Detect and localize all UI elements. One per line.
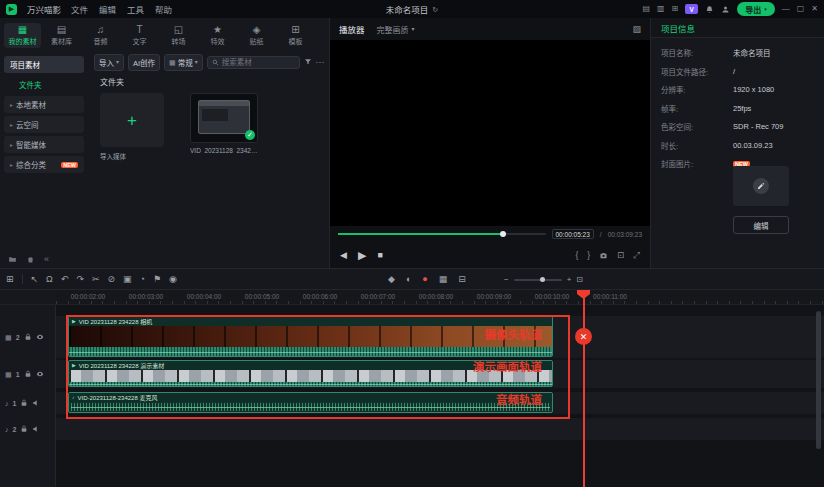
undo-icon[interactable]: ↶ [61, 275, 69, 284]
menu-help[interactable]: 帮助 [155, 3, 172, 15]
menu-file[interactable]: 文件 [71, 3, 88, 15]
lock-icon[interactable] [24, 370, 32, 378]
checkmark-icon: ✓ [245, 130, 255, 140]
search-input[interactable] [222, 58, 295, 67]
speaker-icon[interactable] [32, 425, 40, 433]
speaker-icon[interactable] [32, 399, 40, 407]
clip-microphone-audio[interactable]: ♪VID-20231128-234228 麦克风 [68, 392, 553, 413]
sidebar-item-smart-media[interactable]: ▸ 智能媒体 [4, 136, 84, 153]
split-view-icon[interactable]: ⊞ [672, 5, 679, 13]
snapshot-icon[interactable] [599, 251, 608, 260]
media-panel-footer: « [0, 250, 330, 268]
playhead-line[interactable] [583, 290, 585, 487]
lock-icon[interactable] [24, 333, 32, 341]
ai-create-button[interactable]: AI创作 [128, 54, 160, 71]
record-icon[interactable]: ● [422, 275, 427, 284]
chevron-down-icon: ▾ [116, 59, 119, 65]
sidebar-item-folder[interactable]: 文件夹 [4, 76, 84, 93]
export-button[interactable]: 导出▾ [737, 2, 775, 16]
crop-icon[interactable]: ▣ [123, 275, 132, 284]
keyframe-icon[interactable]: ◆ [388, 275, 395, 284]
new-folder-icon[interactable] [8, 255, 17, 264]
edit-cover-button[interactable] [753, 178, 769, 194]
preview-seekbar[interactable] [338, 233, 546, 235]
tab-transitions[interactable]: ◱ 转场 [160, 23, 197, 48]
render-preview-icon[interactable]: ▦ [439, 275, 448, 284]
zoom-out-icon[interactable]: − [504, 276, 509, 284]
import-media-tile[interactable]: + [100, 93, 164, 147]
export-frame-icon[interactable]: ⊟ [458, 275, 466, 284]
pointer-tool-icon[interactable]: ↖ [31, 275, 39, 284]
fit-screen-icon[interactable]: ⊡ [617, 251, 624, 260]
image-overlay-icon[interactable]: ▨ [632, 25, 641, 34]
sidebar-item-local-media[interactable]: ▸ 本地素材 [4, 96, 84, 113]
edit-button[interactable]: 编辑 [733, 216, 789, 234]
collapse-panel-icon[interactable]: « [44, 255, 49, 264]
ruler-label: 00:00:11:00 [593, 293, 627, 300]
mask-icon[interactable]: ◐ [406, 275, 411, 284]
ruler-label: 00:00:04:00 [187, 293, 221, 300]
seekbar-handle[interactable] [500, 231, 506, 237]
zoom-in-icon[interactable]: + [567, 276, 572, 284]
filter-icon[interactable] [304, 58, 312, 66]
tab-templates[interactable]: ⊞ 模板 [277, 23, 314, 48]
track-manager-icon[interactable]: ⊞ [6, 275, 14, 284]
audio-waveform [71, 403, 550, 411]
delete-clip-icon[interactable]: ⊘ [107, 275, 115, 284]
clip-camera-video[interactable]: ▶VID 20231128 234228 相机 [68, 316, 553, 357]
zoom-slider[interactable] [514, 279, 562, 281]
sidebar-item-project-media[interactable]: 项目素材 [4, 56, 84, 73]
sidebar-item-cloud[interactable]: ▸ 云空间 [4, 116, 84, 133]
close-button[interactable]: ✕ [811, 5, 818, 13]
play-button[interactable]: ▶ [358, 250, 366, 261]
panel-layout-icon[interactable]: ▥ [657, 5, 665, 13]
maximize-button[interactable]: ▢ [797, 5, 805, 13]
menu-edit[interactable]: 编辑 [99, 3, 116, 15]
more-options-icon[interactable]: ⋯ [316, 58, 325, 67]
speed-icon[interactable]: ◔ [140, 275, 145, 284]
media-nav-strip: ▦ 我的素材 ▤ 素材库 ♫ 音频 T 文字 ◱ 转场 ★ 特效 [0, 18, 330, 52]
tab-stickers[interactable]: ◈ 贴纸 [238, 23, 275, 48]
ruler-label: 00:00:07:00 [361, 293, 395, 300]
import-button[interactable]: 导入 ▾ [94, 54, 124, 71]
magnet-snap-icon[interactable]: Ω [46, 275, 53, 284]
audio-icon: ♫ [97, 25, 105, 35]
menu-tools[interactable]: 工具 [127, 3, 144, 15]
minimize-button[interactable]: — [782, 5, 790, 13]
vip-membership-icon[interactable]: V [685, 4, 698, 14]
workspace-layout-icon[interactable]: ▤ [642, 5, 650, 13]
audio-waveform [69, 382, 552, 386]
fullscreen-icon[interactable]: ⤢ [633, 251, 640, 260]
previous-frame-button[interactable]: ◀ [340, 251, 347, 260]
delete-icon[interactable] [26, 255, 35, 264]
sort-dropdown[interactable]: ▦ 常规 ▾ [164, 54, 203, 71]
tab-my-media[interactable]: ▦ 我的素材 [4, 23, 41, 48]
tab-player[interactable]: 播放器 [339, 23, 365, 35]
tab-effects[interactable]: ★ 特效 [199, 23, 236, 48]
timeline-panel: ⊞ ↖ Ω ↶ ↷ ✂ ⊘ ▣ ◔ ⚑ ◉ ◆ ◐ ● ▦ ⊟ − + ⊡ [0, 268, 824, 487]
sidebar-item-categories[interactable]: ▸ 综合分类 NEW [4, 156, 84, 173]
media-item-video[interactable]: ✓ [190, 93, 258, 143]
preview-quality-dropdown[interactable]: 完整画质 ▾ [377, 24, 415, 35]
split-icon[interactable]: ✂ [92, 275, 100, 284]
lock-icon[interactable] [20, 425, 28, 433]
tab-audio[interactable]: ♫ 音频 [82, 23, 119, 48]
marker-icon[interactable]: ⚑ [153, 275, 161, 284]
fit-timeline-icon[interactable]: ⊡ [576, 276, 583, 284]
vertical-scrollbar[interactable] [816, 311, 821, 449]
preview-viewport[interactable] [330, 40, 650, 226]
timeline-ruler[interactable]: 00:00:02:00 00:00:03:00 00:00:04:00 00:0… [56, 290, 824, 305]
tab-text[interactable]: T 文字 [121, 23, 158, 48]
mark-in-icon[interactable]: { [575, 251, 578, 260]
zoom-slider-handle[interactable] [540, 277, 545, 282]
redo-icon[interactable]: ↷ [76, 275, 84, 284]
notification-bell-icon[interactable] [705, 5, 714, 14]
account-avatar-icon[interactable] [721, 5, 730, 14]
tab-stock-media[interactable]: ▤ 素材库 [43, 23, 80, 48]
eye-icon[interactable] [36, 333, 44, 341]
stop-button[interactable]: ■ [377, 251, 382, 260]
mark-out-icon[interactable]: } [587, 251, 590, 260]
voiceover-icon[interactable]: ◉ [169, 275, 177, 284]
eye-icon[interactable] [36, 370, 44, 378]
lock-icon[interactable] [20, 399, 28, 407]
